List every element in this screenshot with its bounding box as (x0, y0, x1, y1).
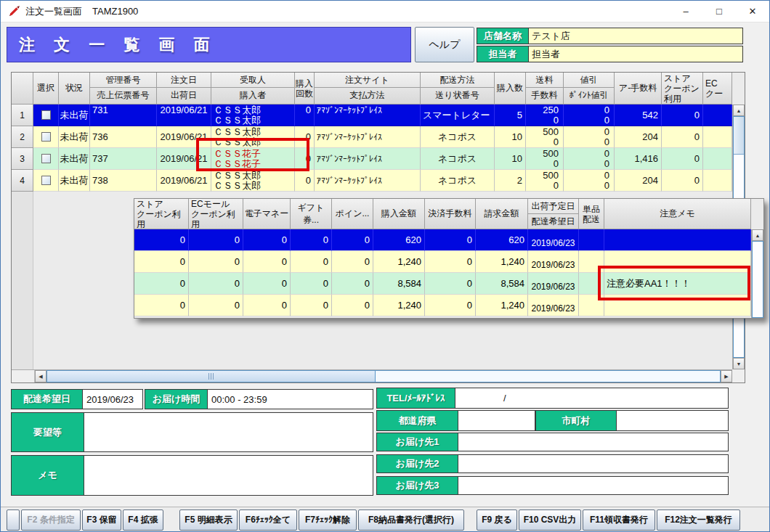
minimize-button[interactable]: – (669, 1, 702, 22)
col-gift: ギフト券... (291, 199, 332, 229)
qty-cell: 10 (495, 148, 526, 170)
order-table-header: 選択 状況 管理番号売上伝票番号 注文日出荷日 受取人購入者 購入回数 注文サイ… (12, 73, 732, 105)
f6-check-all-button[interactable]: F6ﾁｪｯｸ全て (239, 510, 297, 531)
ec-coupon-cell (703, 148, 732, 170)
hscroll-thumb[interactable] (47, 371, 376, 382)
count-cell: 0 (295, 170, 315, 192)
emoney-cell: 0 (243, 251, 291, 273)
afee-cell: 1,416 (615, 148, 662, 170)
f8-delivery-slip-button[interactable]: F8納品書発行(選択行) (358, 510, 464, 531)
point-cell: 0 (332, 273, 373, 295)
maximize-button[interactable]: □ (702, 1, 736, 22)
col-purchase-amount: 購入金額 (373, 199, 425, 229)
row-number[interactable]: 4 (12, 170, 33, 192)
count-cell: 0 (295, 105, 315, 126)
detail-table-header: ストアクーポン利用 ECモールクーポン利用 電子マネー ギフト券... ポイン.… (134, 199, 751, 229)
gift-cell: 0 (291, 295, 332, 316)
col-discount: 値引ﾎﾟｲﾝﾄ値引 (564, 73, 615, 105)
billing-cell: 8,584 (476, 273, 528, 295)
help-button[interactable]: ヘルプ (415, 27, 474, 62)
emoney-cell: 0 (243, 295, 291, 316)
order-row[interactable]: 2 未出荷 736 2019/06/21 ＣＳＳ太郎ＣＳＳ太郎 0 ｱﾏｿﾞﾝﾏ… (12, 126, 732, 148)
date-cell: 2019/06/21 (157, 170, 211, 192)
col-caution-memo: 注意メモ (604, 199, 751, 229)
single-delivery-cell (579, 229, 604, 251)
main-table-hscrollbar[interactable]: ◀ ▶ (12, 369, 732, 382)
order-row[interactable]: 4 未出荷 738 2019/06/21 ＣＳＳ太郎ＣＳＳ太郎 0 ｱﾏｿﾞﾝﾏ… (12, 170, 732, 192)
scroll-right-icon[interactable]: ▶ (721, 370, 732, 382)
address2-field[interactable] (458, 455, 728, 472)
row-number[interactable]: 2 (12, 126, 33, 148)
col-qty: 購入数 (495, 73, 526, 105)
f5-detail-button[interactable]: F5 明細表示 (179, 510, 238, 531)
staff-field[interactable]: 担当者 (529, 46, 742, 62)
settlement-cell: 0 (425, 251, 476, 273)
scroll-left-icon[interactable]: ◀ (35, 370, 46, 382)
row-select-checkbox[interactable] (41, 176, 51, 185)
billing-cell: 1,240 (476, 295, 528, 316)
tel-mail-label: TEL/ﾒｰﾙｱﾄﾞﾚｽ (377, 388, 455, 408)
row-select-checkbox[interactable] (41, 110, 51, 120)
kanri-cell: 736 (90, 126, 157, 148)
col-postage: 送料手数料 (526, 73, 564, 105)
store-coupon-cell: 0 (134, 229, 189, 251)
f3-hold-button[interactable]: F3 保留 (82, 510, 121, 531)
city-field[interactable] (617, 411, 728, 430)
prefecture-field[interactable] (458, 411, 535, 430)
address1-field[interactable] (458, 433, 728, 451)
col-single-delivery: 単品配送 (579, 199, 604, 229)
f10-csv-button[interactable]: F10 CSV出力 (519, 510, 581, 531)
vscroll-thumb[interactable] (734, 117, 744, 155)
ec-coupon-cell (703, 170, 732, 192)
f12-order-list-button[interactable]: F12注文一覧発行 (657, 510, 740, 531)
qty-cell: 2 (495, 170, 526, 192)
delivery-time-field[interactable]: 00:00 - 23:59 (208, 390, 373, 409)
scroll-down-icon[interactable]: ▼ (733, 358, 745, 369)
f9-back-button[interactable]: F9 戻る (477, 510, 517, 531)
memo-field[interactable] (84, 456, 373, 495)
store-coupon-cell: 0 (662, 105, 703, 126)
annotation-box-receiver (196, 138, 309, 171)
vscroll-track[interactable] (752, 241, 763, 318)
postage-cell: 5000 (526, 126, 564, 148)
status-cell: 未出荷 (59, 170, 90, 192)
ship-date-cell: 2019/06/23 (528, 273, 579, 295)
site-cell: ｱﾏｿﾞﾝﾏｰｹｯﾄﾌﾟﾚｲｽ (315, 148, 421, 170)
hscroll-track[interactable] (46, 370, 721, 382)
close-button[interactable]: ✕ (736, 1, 769, 22)
point-cell: 0 (332, 229, 373, 251)
status-cell: 未出荷 (59, 105, 90, 126)
gift-cell: 0 (291, 229, 332, 251)
order-row[interactable]: 1 未出荷 731 2019/06/21 ＣＳＳ太郎ＣＳＳ太郎 0 ｱﾏｿﾞﾝﾏ… (12, 105, 732, 126)
detail-row[interactable]: 0 0 0 0 0 620 0 620 2019/06/23 (134, 229, 751, 251)
detail-table-vscrollbar[interactable]: ▲ (751, 229, 763, 318)
col-point: ポイン... (332, 199, 373, 229)
address3-field[interactable] (458, 477, 728, 494)
order-row[interactable]: 3 未出荷 737 2019/06/21 ＣＳＳ花子ＣＳＳ花子 0 ｱﾏｿﾞﾝﾏ… (12, 148, 732, 170)
status-cell: 未出荷 (59, 148, 90, 170)
row-number[interactable]: 3 (12, 148, 33, 170)
delivery-date-field[interactable]: 2019/06/23 (83, 390, 142, 409)
store-name-field[interactable]: テスト店 (529, 28, 742, 44)
row-select-checkbox[interactable] (41, 132, 51, 142)
row-select-checkbox[interactable] (41, 154, 51, 163)
f4-extend-button[interactable]: F4 拡張 (123, 510, 163, 531)
f7-uncheck-button[interactable]: F7ﾁｪｯｸ解除 (299, 510, 357, 531)
delivery-date-label: 配達希望日 (12, 390, 83, 409)
scroll-up-icon[interactable]: ▲ (752, 229, 763, 241)
store-coupon-cell: 0 (134, 251, 189, 273)
ship-date-cell: 2019/06/23 (528, 229, 579, 251)
discount-cell: 00 (564, 170, 615, 192)
col-store-coupon-use: ストアクーポン利用 (134, 199, 189, 229)
settlement-cell: 0 (425, 295, 476, 316)
request-field[interactable] (84, 413, 373, 451)
discount-cell: 00 (564, 148, 615, 170)
tel-mail-field[interactable]: / (455, 388, 728, 408)
scroll-up-icon[interactable]: ▲ (733, 105, 745, 116)
f11-receipt-button[interactable]: F11領収書発行 (583, 510, 655, 531)
purchase-cell: 1,240 (373, 251, 425, 273)
delivery-cell: ネコポス (421, 126, 495, 148)
row-number[interactable]: 1 (12, 105, 33, 126)
purchase-cell: 1,240 (373, 295, 425, 316)
ecmall-coupon-cell: 0 (189, 295, 243, 316)
